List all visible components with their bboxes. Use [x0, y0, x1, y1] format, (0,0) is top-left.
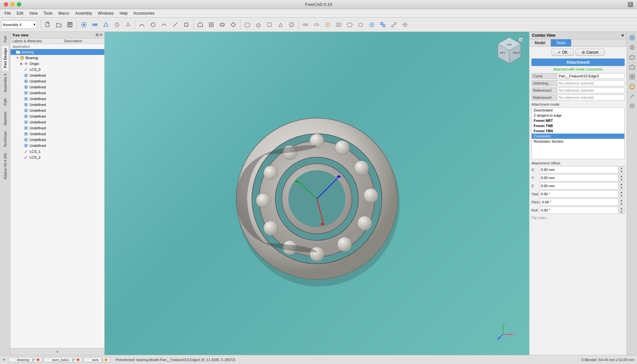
part-btn-2[interactable] — [253, 20, 264, 30]
curve-icon-btn[interactable] — [137, 20, 147, 30]
tree-item-undef2[interactable]: Undefined — [10, 78, 104, 84]
offset-yaw-up[interactable]: ▲ — [618, 191, 624, 194]
tree-item-undef7[interactable]: Undefined — [10, 108, 104, 113]
part-btn-5[interactable] — [286, 20, 297, 30]
left-tab-sketcher[interactable]: Sketcher — [2, 109, 8, 128]
tree-item-undef10[interactable]: Undefined — [10, 125, 104, 131]
offset-yaw-input[interactable] — [539, 190, 618, 198]
line-icon-btn[interactable] — [170, 20, 180, 30]
left-tab-part[interactable]: Part — [2, 33, 8, 45]
offset-pitch-spinner[interactable]: ▲ ▼ — [618, 199, 625, 206]
curve-value[interactable]: Part__Feature015:Edge3 — [557, 73, 625, 79]
tree-item-bearing[interactable]: ▼ bearing — [10, 49, 104, 55]
extra-btn-1[interactable] — [300, 20, 311, 30]
assembly-icon-btn1[interactable] — [79, 20, 89, 30]
arc-icon-btn[interactable] — [159, 20, 169, 30]
tree-item-undef6[interactable]: Undefined — [10, 102, 104, 108]
part-btn-3[interactable] — [264, 20, 275, 30]
rs-btn-3[interactable] — [628, 53, 637, 62]
cancel-button[interactable]: ⊘ Cancel — [576, 49, 604, 56]
ok-button[interactable]: ✓ OK — [552, 49, 574, 56]
polygon-icon-btn[interactable] — [181, 20, 191, 30]
tree-item-undef8[interactable]: Undefined — [10, 113, 104, 119]
offset-z-spinner[interactable]: ▲ ▼ — [618, 182, 625, 189]
extra-btn-10[interactable] — [400, 20, 410, 30]
view-btn-1[interactable] — [195, 20, 205, 30]
offset-pitch-up[interactable]: ▲ — [618, 199, 624, 202]
rs-btn-5[interactable] — [628, 72, 637, 81]
tab-model[interactable]: Model — [529, 39, 551, 46]
status-tab-bearing[interactable]: 📄 bearing : 1* — [8, 357, 42, 362]
offset-pitch-input[interactable] — [540, 199, 618, 206]
menu-macro[interactable]: Macro — [56, 10, 72, 16]
rs-btn-8[interactable] — [628, 101, 637, 110]
tree-item-undef13[interactable]: Undefined — [10, 143, 104, 149]
offset-yaw-spinner[interactable]: ▲ ▼ — [618, 190, 625, 198]
left-tab-path[interactable]: Path — [2, 96, 8, 108]
close-button[interactable] — [4, 2, 8, 6]
offset-y-spinner[interactable]: ▲ ▼ — [618, 174, 625, 181]
statusbar-add-button[interactable]: + — [3, 357, 6, 363]
mode-concentric[interactable]: Concentric — [532, 134, 624, 139]
tree-item-LCS1[interactable]: LCS_1 — [10, 149, 104, 154]
menu-assembly[interactable]: Assembly — [72, 10, 95, 16]
menu-accessories[interactable]: Accessories — [131, 10, 157, 16]
tree-item-undef9[interactable]: Undefined — [10, 119, 104, 125]
tree-item-Bearing[interactable]: ▼ Bearing — [10, 55, 104, 61]
offset-z-up[interactable]: ▲ — [618, 183, 624, 186]
part-btn-1[interactable] — [242, 20, 253, 30]
mode-z-tangent[interactable]: Z tangent to edge — [532, 113, 624, 118]
workbench-dropdown[interactable]: Assembly 4 ▾ — [1, 20, 37, 29]
tree-close-icon[interactable]: ✕ — [99, 33, 102, 37]
tree-add-button[interactable]: + — [10, 348, 104, 355]
assembly-icon-btn2[interactable] — [90, 20, 100, 30]
extra-btn-9[interactable] — [389, 20, 399, 30]
tree-item-undef12[interactable]: Undefined — [10, 137, 104, 143]
offset-x-down[interactable]: ▼ — [618, 170, 624, 173]
view-btn-2[interactable] — [206, 20, 216, 30]
menu-tools[interactable]: Tools — [41, 10, 55, 16]
tree-item-origin[interactable]: ▶ Origin — [10, 61, 104, 67]
new-file-button[interactable] — [43, 20, 53, 30]
extra-btn-3[interactable] — [322, 20, 333, 30]
offset-x-up[interactable]: ▲ — [618, 166, 624, 170]
mode-frenet-tbn[interactable]: Frenet TBN — [532, 128, 624, 134]
open-button[interactable] — [54, 20, 64, 30]
menu-help[interactable]: Help — [117, 10, 130, 16]
offset-z-input[interactable] — [539, 182, 618, 189]
mode-frenet-nbt[interactable]: Frenet NBT — [532, 118, 624, 123]
extra-btn-5[interactable] — [344, 20, 355, 30]
offset-roll-input[interactable] — [539, 207, 618, 214]
navigation-cube[interactable]: TOP RIGHT LEFT ✕ — [495, 36, 524, 66]
offset-roll-spinner[interactable]: ▲ ▼ — [618, 207, 625, 214]
assembly-icon-btn5[interactable] — [123, 20, 133, 30]
tree-item-undef11[interactable]: Undefined — [10, 131, 104, 137]
selecting-value[interactable]: No reference selected — [557, 80, 625, 86]
extra-btn-7[interactable] — [367, 20, 377, 30]
rs-btn-6[interactable] — [628, 82, 637, 91]
maximize-button[interactable] — [17, 2, 21, 6]
offset-x-input[interactable] — [539, 166, 618, 173]
ref4-value[interactable]: No reference selected — [557, 95, 625, 100]
offset-y-up[interactable]: ▲ — [618, 175, 624, 178]
offset-y-down[interactable]: ▼ — [618, 178, 624, 181]
extra-btn-6[interactable] — [356, 20, 366, 30]
mode-revolution-section[interactable]: Revolution Section — [532, 139, 624, 144]
extra-btn-8[interactable] — [378, 20, 388, 30]
left-tab-a2plus[interactable]: A2plus V0.4.26b — [2, 150, 8, 182]
offset-roll-down[interactable]: ▼ — [618, 210, 624, 214]
combo-close-icon[interactable]: ✕ — [621, 33, 624, 38]
tree-item-undef5[interactable]: Undefined — [10, 96, 104, 102]
tree-item-LCS2[interactable]: LCS_2 — [10, 154, 104, 160]
part-btn-4[interactable] — [275, 20, 286, 30]
offset-pitch-down[interactable]: ▼ — [618, 202, 624, 205]
menu-windows[interactable]: Windows — [95, 10, 116, 16]
offset-yaw-down[interactable]: ▼ — [618, 194, 624, 197]
extra-btn-2[interactable] — [311, 20, 322, 30]
tree-item-undef1[interactable]: Undefined — [10, 72, 104, 78]
rs-btn-2[interactable] — [628, 43, 637, 52]
tree-item-LCS_0[interactable]: LCS_0 — [10, 67, 104, 72]
menu-file[interactable]: File — [2, 10, 13, 16]
offset-x-spinner[interactable]: ▲ ▼ — [618, 166, 625, 173]
tree-collapse-icon[interactable]: ⊟ — [96, 33, 98, 37]
